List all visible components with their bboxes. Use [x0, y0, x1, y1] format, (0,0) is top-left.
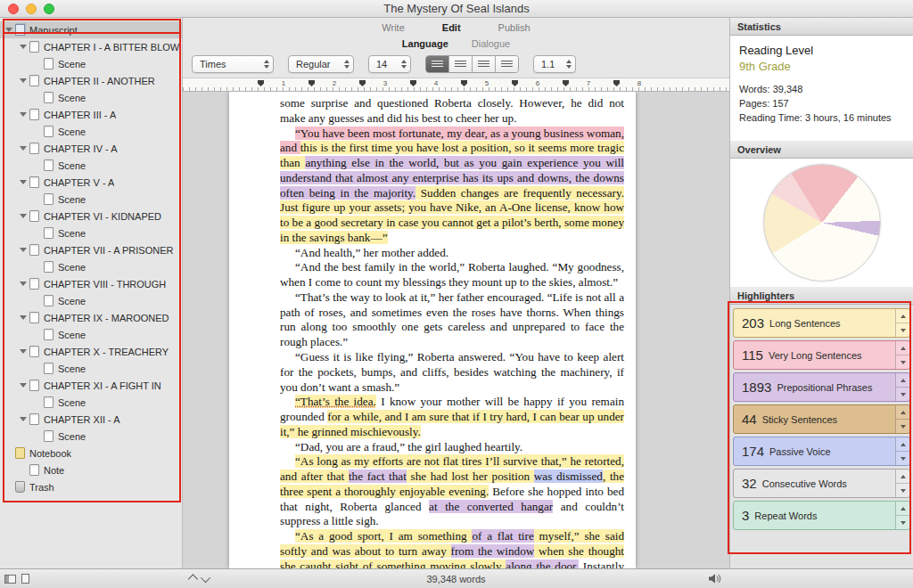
sidebar-item[interactable]: Scene: [0, 191, 182, 208]
subtab-dialogue[interactable]: Dialogue: [472, 38, 510, 49]
highlighter-step-up-button[interactable]: [896, 373, 909, 387]
sidebar-item[interactable]: Scene: [0, 225, 182, 241]
tab-stop-marker[interactable]: [359, 80, 366, 86]
disclosure-triangle-icon[interactable]: [20, 78, 27, 83]
align-center-button[interactable]: [449, 56, 473, 72]
mode-tab-write[interactable]: Write: [382, 22, 404, 33]
sidebar-item[interactable]: Scene: [0, 157, 182, 174]
speak-text-icon[interactable]: [708, 573, 721, 586]
highlighter-row[interactable]: 3Repeat Words: [733, 501, 910, 530]
font-size-stepper[interactable]: 14: [368, 55, 411, 73]
disclosure-triangle-icon[interactable]: [5, 28, 12, 32]
sidebar-item[interactable]: Trash: [0, 478, 182, 495]
paragraph[interactable]: “Dad, you are a fraud,” the girl laughed…: [280, 440, 624, 455]
sidebar-item[interactable]: Scene: [0, 428, 182, 445]
sidebar-item[interactable]: Scene: [0, 258, 182, 275]
highlighter-row[interactable]: 174Passive Voice: [733, 437, 910, 466]
close-window-button[interactable]: [8, 4, 19, 14]
paragraph[interactable]: “That’s the idea. I know your mother wil…: [280, 395, 624, 439]
highlighter-step-down-button[interactable]: [896, 451, 909, 465]
sidebar-item[interactable]: Scene: [0, 55, 182, 72]
highlighter-step-down-button[interactable]: [896, 355, 909, 369]
highlighter-row[interactable]: 203Long Sentences: [733, 308, 910, 338]
toggle-binder-icon[interactable]: [4, 575, 16, 584]
sidebar-item[interactable]: CHAPTER III - A: [0, 106, 182, 123]
paragraph[interactable]: “You have been most fortunate, my dear, …: [280, 127, 624, 246]
disclosure-triangle-icon[interactable]: [20, 180, 27, 184]
sidebar-item[interactable]: CHAPTER II - ANOTHER: [0, 72, 182, 89]
document-page[interactable]: some surprise and questioned Roberta clo…: [229, 92, 636, 568]
sidebar-item[interactable]: Scene: [0, 292, 182, 309]
sidebar-item[interactable]: CHAPTER VIII - THROUGH: [0, 275, 182, 292]
disclosure-triangle-icon[interactable]: [20, 349, 27, 354]
paragraph[interactable]: “And the best family in the world,” Robe…: [280, 260, 624, 290]
tab-stop-marker[interactable]: [563, 80, 569, 86]
highlighter-step-up-button[interactable]: [896, 405, 909, 419]
mode-tab-edit[interactable]: Edit: [442, 22, 461, 33]
sidebar-item[interactable]: CHAPTER XII - A: [0, 411, 182, 428]
disclosure-triangle-icon[interactable]: [20, 417, 27, 421]
sidebar-item[interactable]: Scene: [0, 89, 182, 106]
font-family-popup[interactable]: Times: [192, 55, 274, 73]
line-spacing-stepper[interactable]: 1.1: [533, 55, 576, 73]
paragraph[interactable]: “And health,” her mother added.: [280, 246, 624, 261]
disclosure-triangle-icon[interactable]: [20, 315, 27, 320]
highlighter-step-down-button[interactable]: [896, 323, 909, 337]
highlighter-step-up-button[interactable]: [896, 502, 909, 515]
sidebar-item[interactable]: CHAPTER VII - A PRISONER: [0, 241, 182, 258]
disclosure-triangle-icon[interactable]: [20, 214, 27, 218]
paragraph[interactable]: “As long as my efforts are not flat tire…: [280, 454, 624, 529]
highlighter-step-up-button[interactable]: [896, 437, 909, 451]
ruler[interactable]: 12345678: [183, 78, 729, 92]
tab-stop-marker[interactable]: [258, 80, 264, 86]
sidebar-item[interactable]: CHAPTER V - A: [0, 174, 182, 191]
highlighter-step-up-button[interactable]: [896, 470, 909, 483]
sidebar-item[interactable]: Manuscript: [0, 21, 182, 38]
paragraph[interactable]: some surprise and questioned Roberta clo…: [280, 96, 624, 127]
sidebar-item[interactable]: Scene: [0, 394, 182, 411]
sidebar-item[interactable]: CHAPTER IX - MAROONED: [0, 309, 182, 326]
disclosure-triangle-icon[interactable]: [20, 112, 27, 117]
align-left-button[interactable]: [426, 56, 449, 72]
disclosure-triangle-icon[interactable]: [20, 383, 27, 388]
highlighter-step-up-button[interactable]: [896, 341, 909, 355]
highlighter-step-down-button[interactable]: [896, 387, 909, 401]
mode-tab-publish[interactable]: Publish: [498, 22, 531, 33]
align-right-button[interactable]: [473, 56, 496, 72]
font-style-popup[interactable]: Regular: [288, 55, 354, 73]
align-justify-button[interactable]: [496, 56, 518, 72]
sidebar-item[interactable]: CHAPTER VI - KIDNAPED: [0, 208, 182, 225]
disclosure-triangle-icon[interactable]: [20, 45, 27, 49]
highlighter-row[interactable]: 44Sticky Sentences: [733, 404, 910, 434]
minimize-window-button[interactable]: [26, 4, 37, 14]
highlighter-row[interactable]: 1893Prepositional Phrases: [733, 372, 910, 402]
highlighter-row[interactable]: 32Consecutive Words: [733, 469, 910, 498]
sidebar-item[interactable]: Note: [0, 461, 182, 478]
new-document-icon[interactable]: [21, 574, 29, 584]
tab-stop-marker[interactable]: [410, 80, 416, 86]
disclosure-triangle-icon[interactable]: [20, 248, 27, 252]
sidebar-item[interactable]: CHAPTER X - TREACHERY: [0, 343, 182, 360]
highlighter-step-down-button[interactable]: [896, 419, 909, 433]
zoom-window-button[interactable]: [44, 4, 54, 14]
disclosure-triangle-icon[interactable]: [20, 146, 27, 151]
highlighter-step-down-button[interactable]: [896, 483, 909, 497]
tab-stop-marker[interactable]: [512, 80, 518, 86]
highlighter-step-up-button[interactable]: [896, 309, 909, 323]
sidebar-item[interactable]: Scene: [0, 326, 182, 343]
disclosure-triangle-icon[interactable]: [20, 282, 27, 286]
sidebar-item[interactable]: Scene: [0, 123, 182, 140]
sidebar-item[interactable]: CHAPTER IV - A: [0, 140, 182, 157]
subtab-language[interactable]: Language: [402, 38, 448, 49]
sidebar-item[interactable]: Scene: [0, 360, 182, 377]
paragraph[interactable]: “As a good sport, I am something of a fl…: [280, 529, 624, 568]
tab-stop-marker[interactable]: [461, 80, 467, 86]
paragraph[interactable]: “Guess it is like flying,” Roberta answe…: [280, 350, 624, 395]
highlighter-row[interactable]: 115Very Long Sentences: [733, 340, 910, 370]
sidebar-item[interactable]: CHAPTER I - A BITTER BLOW: [0, 38, 182, 55]
highlighter-step-down-button[interactable]: [896, 515, 909, 529]
sidebar-item[interactable]: CHAPTER XI - A FIGHT IN: [0, 377, 182, 394]
tab-stop-marker[interactable]: [308, 80, 315, 86]
paragraph[interactable]: “That’s the way to look at it,” her fath…: [280, 290, 624, 350]
sidebar-item[interactable]: Notebook: [0, 445, 182, 461]
